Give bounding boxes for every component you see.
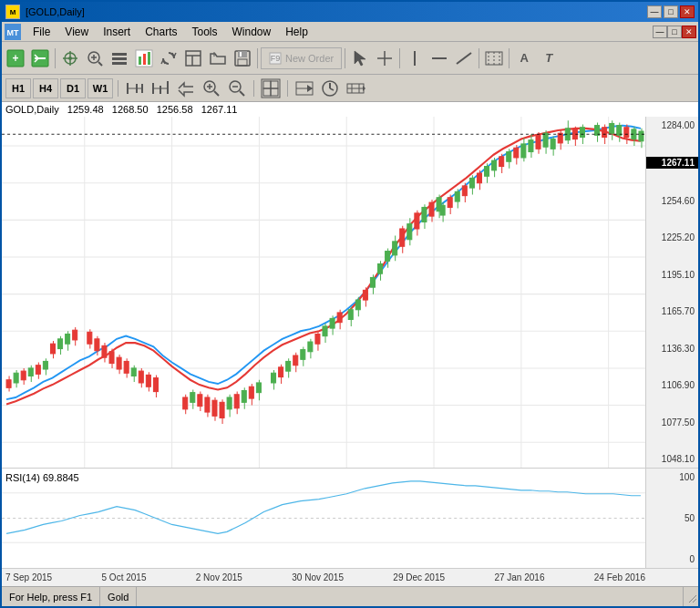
menu-tools[interactable]: Tools (185, 22, 225, 41)
menu-file[interactable]: File (26, 22, 57, 41)
svg-rect-221 (315, 334, 320, 344)
properties-btn[interactable] (108, 46, 131, 70)
svg-rect-27 (238, 59, 247, 66)
price-1106: 1106.90 (646, 380, 698, 390)
cursor-btn[interactable] (348, 46, 372, 70)
refresh-btn[interactable] (157, 46, 180, 70)
main-chart-area: 1284.00 1267.11 1254.60 1225.20 1195.10 … (2, 117, 698, 468)
svg-rect-139 (348, 310, 353, 320)
text-btn[interactable]: A (512, 46, 536, 70)
inner-close-button[interactable]: ✕ (682, 26, 696, 38)
svg-rect-167 (499, 157, 504, 167)
zoom-plus-btn[interactable] (200, 78, 223, 98)
chart-settings-btn[interactable] (344, 78, 367, 98)
crosshair-btn[interactable] (58, 46, 82, 70)
zoom-bar-btn[interactable] (149, 78, 172, 98)
time-axis: 7 Sep 2015 5 Oct 2015 2 Nov 2015 30 Nov … (2, 568, 698, 586)
svg-rect-163 (485, 167, 489, 177)
toolbar-sep-3 (345, 48, 345, 68)
crosshair-cursor-btn[interactable] (373, 46, 396, 70)
svg-rect-223 (323, 326, 327, 336)
maximize-button[interactable]: □ (664, 5, 678, 18)
svg-rect-97 (36, 366, 40, 375)
rsi-price-axis: 100 50 0 (645, 469, 698, 568)
svg-line-50 (214, 91, 219, 96)
menu-insert[interactable]: Insert (96, 22, 138, 41)
clock-btn[interactable] (318, 78, 342, 98)
vline-btn[interactable] (403, 46, 427, 70)
label-btn[interactable]: T (537, 46, 561, 70)
svg-rect-18 (139, 57, 141, 65)
close-button[interactable]: ✕ (680, 5, 695, 18)
svg-rect-141 (355, 300, 360, 310)
svg-rect-231 (400, 229, 405, 246)
inner-minimize-button[interactable]: — (653, 26, 667, 38)
menu-view[interactable]: View (57, 22, 96, 41)
svg-rect-245 (529, 140, 533, 152)
svg-rect-107 (73, 330, 77, 340)
svg-rect-59 (263, 88, 271, 96)
svg-rect-207 (256, 383, 261, 393)
chart-type-btn[interactable] (132, 46, 156, 70)
rsi-chart-canvas[interactable]: RSI(14) 69.8845 (2, 469, 645, 568)
svg-rect-161 (477, 173, 481, 183)
svg-rect-14 (112, 53, 127, 56)
zoom-in-btn[interactable] (123, 78, 147, 98)
hline-btn[interactable] (427, 46, 451, 70)
price-chart-canvas[interactable] (2, 117, 645, 468)
svg-rect-113 (102, 345, 107, 357)
toolbar-sep-4 (399, 48, 400, 68)
chart-shift-btn[interactable] (293, 78, 316, 98)
menu-help[interactable]: Help (278, 22, 315, 41)
svg-rect-119 (124, 361, 129, 373)
trendline-btn[interactable] (452, 46, 476, 70)
menu-charts[interactable]: Charts (138, 22, 184, 41)
save-btn[interactable] (231, 46, 254, 70)
svg-rect-95 (28, 368, 33, 376)
profiles-btn[interactable] (28, 46, 52, 70)
auto-scroll-btn[interactable] (174, 78, 198, 98)
price-1165: 1165.70 (646, 306, 698, 316)
indicators-btn[interactable] (259, 78, 283, 98)
inner-restore-button[interactable]: □ (667, 26, 682, 38)
new-order-button[interactable]: F9 New Order (261, 47, 342, 69)
chart-container: GOLD,Daily 1259.48 1268.50 1256.58 1267.… (2, 102, 698, 586)
svg-rect-217 (301, 350, 305, 360)
status-resize-grip (684, 587, 698, 606)
svg-rect-171 (514, 148, 519, 158)
svg-rect-205 (249, 386, 253, 398)
svg-line-54 (240, 91, 244, 96)
svg-rect-153 (448, 198, 452, 208)
svg-rect-233 (407, 224, 412, 240)
svg-rect-117 (117, 357, 121, 369)
status-symbol: Gold (100, 587, 137, 606)
svg-rect-215 (293, 356, 298, 366)
svg-rect-19 (143, 54, 146, 65)
svg-line-11 (98, 62, 102, 66)
rsi-100: 100 (646, 472, 698, 482)
tf-d1[interactable]: D1 (60, 78, 86, 98)
tf-w1[interactable]: W1 (88, 78, 113, 98)
chart-info-bar: GOLD,Daily 1259.48 1268.50 1256.58 1267.… (2, 102, 698, 117)
template-btn[interactable] (181, 46, 205, 70)
svg-rect-133 (198, 395, 202, 407)
svg-rect-169 (507, 152, 511, 162)
new-chart-btn[interactable]: + (4, 46, 27, 70)
svg-rect-175 (558, 133, 562, 143)
rsi-0: 0 (646, 554, 698, 564)
time-axis-spacer (645, 569, 698, 586)
tf-h4[interactable]: H4 (33, 78, 58, 98)
svg-point-9 (68, 57, 72, 60)
menu-window[interactable]: Window (225, 22, 279, 41)
zoom-minus-btn[interactable] (225, 78, 249, 98)
svg-rect-213 (286, 361, 291, 371)
zoom-btn[interactable] (83, 46, 107, 70)
svg-rect-197 (220, 402, 224, 417)
svg-rect-189 (617, 126, 622, 136)
open-btn[interactable] (206, 46, 230, 70)
period-sep-btn[interactable] (482, 46, 506, 70)
svg-rect-183 (595, 126, 600, 136)
tf-h1[interactable]: H1 (5, 78, 31, 98)
svg-rect-225 (330, 318, 335, 328)
minimize-button[interactable]: — (647, 5, 662, 18)
